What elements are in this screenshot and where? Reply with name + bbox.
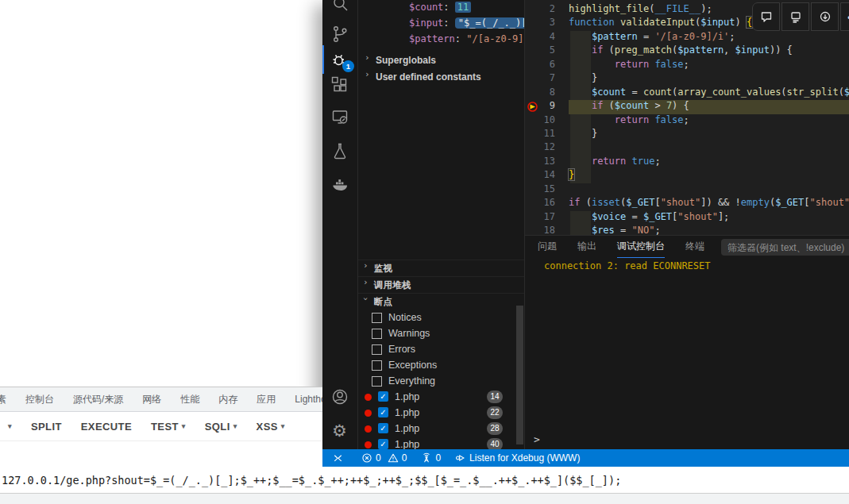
console-prompt[interactable]: > [534,433,540,445]
ports-status[interactable]: 0 [421,452,441,464]
comment-icon[interactable] [752,2,780,31]
checkbox-unchecked-icon [372,360,382,371]
devtools-tab[interactable]: 内存 [218,393,237,406]
code-line[interactable]: 14} [525,169,849,183]
breakpoint-filter-row[interactable]: Everything [358,373,524,389]
code-line[interactable]: 10 return false; [525,114,849,128]
breakpoint-line-badge: 28 [487,422,503,435]
panel-tab-active[interactable]: 调试控制台 [617,236,665,258]
bottom-panel: 问题输出调试控制台终端端口 connection 2: read ECONNRE… [525,235,849,450]
code-line[interactable]: 7 } [525,72,849,86]
remote-explorer-icon[interactable] [322,101,357,133]
breakpoint-filter-row[interactable]: Warnings [358,325,524,341]
code-line[interactable]: 15 [525,183,849,197]
breakpoint-dot-icon [365,410,372,417]
remote-indicator-icon[interactable] [332,452,344,464]
testing-flask-icon[interactable] [322,135,357,167]
breakpoint-line-badge: 40 [487,438,503,449]
status-bar: 0 0 0 Listen for Xdebug (WWW) [322,449,849,467]
docker-icon[interactable] [322,168,357,200]
code-line[interactable]: 9 if ($count > 7) { [525,100,849,113]
hackbar-item-sqli[interactable]: SQLI▾ [205,421,237,433]
code-line[interactable]: 11 } [525,128,849,141]
section-header[interactable]: ›调用堆栈 [358,276,524,293]
variable-row[interactable]: $input: "$_=(_/_._)[_];$_…" [358,17,524,33]
console-filter-input[interactable] [721,239,849,256]
panel-tab-inactive[interactable]: 输出 [577,236,596,257]
xdebug-launch-status[interactable]: Listen for Xdebug (WWW) [455,452,580,464]
code-line[interactable]: 8 $count = count(array_count_values(str_… [525,87,849,100]
code-line[interactable]: 17 $voice = $_GET["shout"]; [525,211,849,225]
devtools-tab[interactable]: 控制台 [25,393,54,406]
code-editor[interactable]: 2highlight_file(__FILE__);3function vali… [525,0,849,235]
hackbar-item-test[interactable]: TEST▾ [151,421,186,433]
problems-status[interactable]: 0 0 [361,452,407,464]
chevron-right-icon: › [363,260,369,271]
line-number: 10 [525,114,555,128]
panel-tab-inactive[interactable]: 问题 [538,236,557,257]
code-line[interactable]: 16if (isset($_GET["shout"]) && !empty($_… [525,197,849,210]
line-number: 14 [525,169,555,183]
code-line[interactable]: 13 return true; [525,156,849,169]
devtools-tab[interactable]: 元素 [0,393,6,406]
hackbar-item-xss[interactable]: XSS▾ [257,421,285,433]
code-line[interactable]: 4 $pattern = '/[a-z0-9]/i'; [525,31,849,44]
breakpoint-dot-icon [365,425,372,433]
output-preview-icon[interactable] [781,2,809,31]
hackbar-item-split[interactable]: SPLIT [31,421,62,433]
hackbar-item[interactable]: ▾ [5,421,12,433]
code-line[interactable]: 18 $res = "NO"; [525,225,849,235]
line-number: 12 [525,141,555,155]
settings-gear-icon[interactable]: ⚙ [322,415,357,447]
url-text[interactable]: 127.0.0.1/ge.php?shout=$_=(_/_._)[_];$_+… [0,474,621,487]
checkbox-checked-icon: ✓ [378,439,388,449]
section-header[interactable]: ›断点 [358,293,524,310]
radio-tower-icon [421,452,432,464]
line-number: 2 [525,3,555,17]
breakpoint-row[interactable]: ✓1.php28 [358,421,524,437]
panel-tab-inactive[interactable]: 终端 [685,236,704,257]
chevron-down-icon: › [361,296,371,302]
variable-value: "$_=(_/_._)[_];$_…" [455,17,525,29]
checkbox-checked-icon: ✓ [378,391,388,402]
breakpoint-dot-icon [365,441,372,448]
breakpoint-filter-row[interactable]: Errors [358,341,524,357]
debug-start-icon [455,452,466,464]
breakpoint-filter-row[interactable]: Exceptions [358,357,524,373]
url-input-row[interactable]: 127.0.0.1/ge.php?shout=$_=(_/_._)[_];$_+… [0,467,849,494]
code-line[interactable]: 6 return false; [525,59,849,72]
code-line[interactable]: 5 if (preg_match($pattern, $input)) { [525,44,849,58]
checkbox-checked-icon: ✓ [378,423,388,433]
devtools-tab[interactable]: 网络 [142,393,161,406]
account-icon[interactable] [322,381,357,413]
breakpoint-row[interactable]: ✓1.php14 [358,389,524,405]
section-label: 监视 [374,264,392,273]
download-circle-icon[interactable] [811,2,839,31]
port-count: 0 [435,452,441,464]
error-icon [361,452,372,464]
breakpoint-row[interactable]: ✓1.php22 [358,405,524,421]
devtools-tab[interactable]: 性能 [180,393,199,406]
devtools-tab[interactable]: 源代码/来源 [73,393,123,406]
extensions-icon[interactable] [322,69,357,101]
variable-row[interactable]: $count: 11 [358,2,524,17]
current-breakpoint-arrow-icon[interactable] [527,101,538,113]
search-icon[interactable] [322,0,357,19]
breakpoint-row[interactable]: ✓1.php40 [358,437,524,449]
code-line[interactable]: 12 [525,141,849,155]
breakpoint-filter-row[interactable]: Notices [358,310,524,325]
filter-label: Notices [388,312,422,323]
sidebar-scrollbar[interactable] [516,306,523,444]
section-header[interactable]: ›监视 [358,260,524,276]
more-actions-icon[interactable]: ••• [840,2,849,31]
checkbox-unchecked-icon [372,329,382,339]
variables-group-user-defined-constants[interactable]: ›User defined constants [358,69,524,86]
debug-sections: ›监视›调用堆栈›断点NoticesWarningsErrorsExceptio… [358,260,524,449]
caret-down-icon: ▾ [233,422,237,430]
line-number: 8 [525,87,555,100]
variable-row[interactable]: $pattern: "/[a-z0-9]/i" [358,33,524,49]
devtools-tab[interactable]: 应用 [257,393,276,406]
variables-group-superglobals[interactable]: ›Superglobals [358,52,524,69]
devtools-tab[interactable]: Lighthouse [295,394,322,405]
hackbar-item-execute[interactable]: EXECUTE [81,421,132,433]
